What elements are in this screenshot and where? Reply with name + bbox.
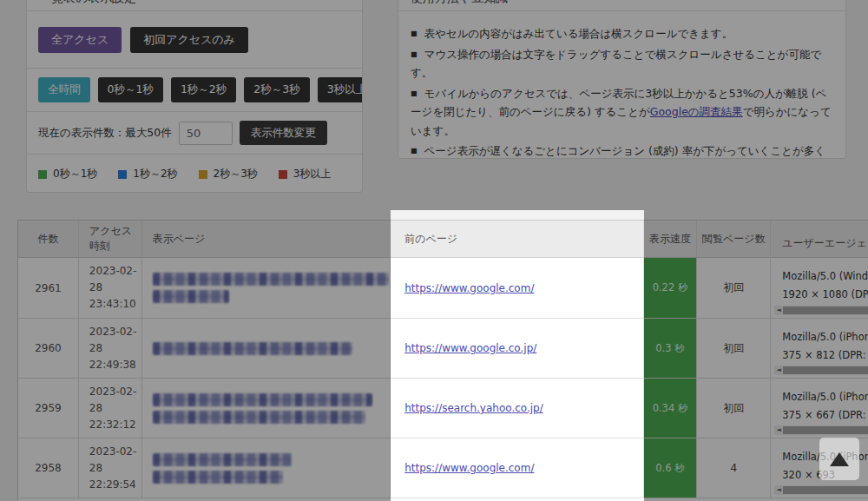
horizontal-scrollbar[interactable]: ◄ — [774, 306, 868, 315]
scrollbar-left-arrow-icon[interactable]: ◄ — [774, 306, 783, 315]
pages-viewed-value: 4 — [731, 462, 738, 474]
up-triangle-icon — [830, 452, 849, 466]
count-cell: 2959 — [18, 379, 79, 438]
time-filter-button-0[interactable]: 全時間 — [38, 77, 90, 102]
legend-color-swatch — [199, 170, 207, 179]
scrollbar-left-arrow-icon[interactable]: ◄ — [774, 366, 783, 375]
tip-link[interactable]: Googleの調査結果 — [650, 105, 743, 118]
redacted-url-blur — [153, 471, 283, 484]
display-speed-value: 0.34 秒 — [653, 402, 688, 415]
access-time-cell: 2023-02-2823:43:10 — [79, 258, 142, 318]
previous-page-cell: https://www.google.com/ — [391, 258, 643, 318]
column-header-label: 表示速度 — [649, 232, 691, 247]
scrollbar-thumb[interactable] — [783, 366, 868, 374]
legend-color-swatch — [38, 170, 47, 179]
pages-viewed-value: 初回 — [723, 341, 744, 356]
scrollbar-thumb[interactable] — [783, 486, 868, 494]
column-header-label: 閲覧ページ数 — [702, 232, 766, 247]
legend-label: 0秒～1秒 — [53, 167, 97, 181]
previous-page-link[interactable]: https://search.yahoo.co.jp/ — [404, 402, 642, 414]
access-log-table: 件数アクセス時刻表示ページ前のページ表示速度閲覧ページ数ユーザーエージェント 2… — [17, 220, 868, 501]
user-agent-line-2: 375 × 812 (DPR: — [782, 346, 868, 365]
pages-viewed-cell: 初回 — [697, 258, 771, 318]
table-row-partial — [18, 498, 868, 501]
time-filter-button-2[interactable]: 1秒～2秒 — [171, 77, 236, 102]
tip-text: 表やセルの内容がはみ出ている場合は横スクロールできます。 — [424, 27, 733, 40]
display-speed-cell: 0.34 秒 — [644, 379, 698, 438]
horizontal-scrollbar[interactable]: ◄ — [774, 366, 868, 375]
first-access-only-button[interactable]: 初回アクセスのみ — [130, 27, 248, 53]
column-header-0: 件数 — [18, 221, 79, 258]
access-time: 22:49:38 — [89, 357, 141, 373]
tip-item-3: ■ページ表示が遅くなるごとにコンバージョン (成約) 率が下がっていくことが多く… — [411, 142, 833, 159]
scrollbar-left-arrow-icon[interactable]: ◄ — [774, 425, 783, 435]
access-filter-section: 全アクセス 初回アクセスのみ — [27, 11, 362, 69]
legend-item-2: 2秒～3秒 — [199, 167, 258, 181]
access-time-cell: 2023-02-2822:32:12 — [79, 379, 142, 438]
table-row: 29592023-02-2822:32:12https://search.yah… — [18, 378, 868, 438]
horizontal-scrollbar[interactable]: ◄ — [774, 425, 868, 435]
display-settings-title: 一覧表の表示設定 — [27, 0, 362, 11]
count-value: 2958 — [35, 462, 62, 474]
back-to-top-button[interactable] — [819, 438, 859, 480]
pages-viewed-cell: 4 — [697, 438, 771, 498]
scrollbar-left-arrow-icon[interactable]: ◄ — [774, 485, 783, 495]
redacted-url-blur — [153, 290, 229, 303]
redacted-url-blur — [153, 393, 372, 406]
bullet-icon: ■ — [411, 50, 418, 58]
horizontal-scrollbar[interactable]: ◄ — [774, 485, 868, 495]
redacted-url-blur — [153, 273, 389, 286]
tips-panel: 使用方法や豆知識 ■表やセルの内容がはみ出ている場合は横スクロールできます。■マ… — [398, 0, 846, 159]
column-header-2: 表示ページ — [142, 221, 391, 258]
legend-item-1: 1秒～2秒 — [118, 167, 177, 181]
previous-page-link[interactable]: https://www.google.com/ — [404, 462, 642, 474]
table-row: 29602023-02-2822:49:38https://www.google… — [18, 318, 868, 378]
column-header-label: アクセス時刻 — [89, 224, 141, 254]
change-display-count-button[interactable]: 表示件数変更 — [240, 121, 327, 145]
access-time-cell: 2023-02-2822:49:38 — [79, 319, 142, 378]
pages-viewed-value: 初回 — [723, 280, 744, 295]
display-count-section: 現在の表示件数：最大50件 表示件数変更 — [27, 112, 362, 155]
access-date: 2023-02-28 — [89, 263, 141, 296]
legend-label: 2秒～3秒 — [214, 167, 258, 181]
count-value: 2961 — [35, 282, 62, 294]
access-date: 2023-02-28 — [89, 444, 141, 477]
tip-item-2: ■モバイルからのアクセスでは、ページ表示に3秒以上かかると53%の人が離脱 (ペ… — [411, 84, 833, 141]
scrollbar-thumb[interactable] — [783, 307, 868, 314]
user-agent-line-1: Mozilla/5.0 (iPhon — [782, 328, 868, 346]
previous-page-link[interactable]: https://www.google.co.jp/ — [404, 342, 642, 354]
column-header-label: 前のページ — [404, 232, 642, 247]
column-header-label: 表示ページ — [153, 232, 390, 247]
column-header-1: アクセス時刻 — [79, 221, 142, 258]
display-count-input[interactable] — [179, 122, 233, 145]
access-time: 23:43:10 — [89, 296, 141, 313]
column-header-label: ユーザーエージェント — [782, 236, 868, 251]
previous-page-link[interactable]: https://www.google.com/ — [404, 282, 642, 294]
previous-page-cell: https://search.yahoo.co.jp/ — [391, 379, 643, 438]
count-cell: 2958 — [18, 438, 79, 498]
displayed-page-cell — [142, 438, 391, 498]
legend-label: 3秒以上 — [293, 167, 332, 181]
pages-viewed-cell: 初回 — [697, 379, 771, 438]
user-agent-line-1: Mozilla/5.0 (iPhon — [782, 388, 868, 406]
tips-panel-title: 使用方法や豆知識 — [398, 0, 845, 11]
time-filter-button-4[interactable]: 3秒以上 — [318, 77, 363, 102]
access-date: 2023-02-28 — [89, 324, 141, 357]
tip-text: マウス操作の場合は文字をドラッグすることで横スクロールさせることが可能です。 — [411, 48, 821, 80]
redacted-url-blur — [153, 342, 352, 355]
legend-item-3: 3秒以上 — [279, 167, 332, 181]
redacted-url-blur — [153, 411, 365, 424]
displayed-page-cell — [142, 379, 391, 438]
display-speed-value: 0.6 秒 — [655, 462, 684, 475]
user-agent-line-2: 1920 × 1080 (DP — [782, 286, 868, 304]
scrollbar-thumb[interactable] — [783, 426, 868, 434]
tip-item-1: ■マウス操作の場合は文字をドラッグすることで横スクロールさせることが可能です。 — [411, 45, 833, 82]
display-speed-cell: 0.6 秒 — [644, 438, 698, 498]
column-header-3: 前のページ — [391, 221, 643, 258]
tip-text: ページ表示が遅くなるごとにコンバージョン (成約) 率が下がっていくことが多くの… — [411, 144, 825, 159]
time-filter-button-1[interactable]: 0秒～1秒 — [98, 77, 163, 102]
legend-item-0: 0秒～1秒 — [38, 167, 97, 181]
all-access-button[interactable]: 全アクセス — [38, 27, 122, 53]
time-filter-button-3[interactable]: 2秒～3秒 — [244, 77, 309, 102]
display-count-label: 現在の表示件数：最大50件 — [38, 126, 172, 141]
